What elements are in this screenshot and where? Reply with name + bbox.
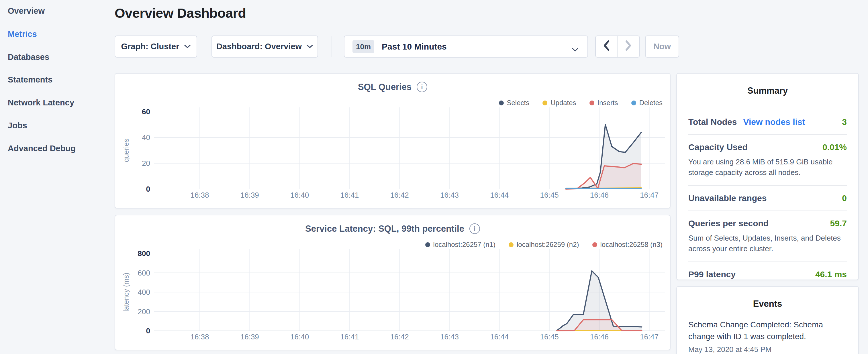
now-button[interactable]: Now: [645, 35, 679, 58]
summary-label: Queries per second: [688, 219, 769, 228]
chevron-right-icon: [625, 40, 632, 53]
time-window-badge: 10m: [352, 40, 374, 53]
svg-text:16:46: 16:46: [590, 332, 609, 341]
summary-value: 0.01%: [823, 142, 847, 152]
svg-text:queries: queries: [122, 139, 130, 162]
sidebar-item-overview[interactable]: Overview: [8, 6, 45, 16]
svg-text:0: 0: [146, 185, 150, 193]
time-step-forward-button[interactable]: [618, 36, 639, 57]
events-panel: Events Schema Change Completed: Schema c…: [676, 286, 859, 354]
svg-text:40: 40: [142, 133, 150, 142]
svg-text:16:44: 16:44: [490, 191, 509, 199]
svg-text:16:41: 16:41: [340, 191, 359, 199]
summary-value: 0: [842, 193, 847, 203]
svg-text:latency (ms): latency (ms): [122, 273, 130, 312]
event-item[interactable]: Schema Change Completed: Schema change w…: [688, 319, 847, 354]
summary-row-p99-latency: P99 latency 46.1 ms: [688, 261, 847, 287]
svg-text:200: 200: [138, 307, 150, 316]
chevron-left-icon: [603, 40, 610, 53]
summary-label: Total Nodes: [688, 117, 737, 127]
svg-text:16:38: 16:38: [190, 191, 209, 199]
svg-text:16:41: 16:41: [340, 332, 359, 341]
service-latency-chart-card: Service Latency: SQL, 99th percentile i …: [115, 215, 671, 350]
summary-title: Summary: [688, 74, 847, 96]
svg-text:60: 60: [142, 107, 150, 116]
event-timestamp: May 13, 2020 at 4:45 PM: [688, 345, 847, 354]
page-title: Overview Dashboard: [115, 5, 246, 21]
summary-panel: Summary Total Nodes View nodes list 3 Ca…: [676, 73, 859, 280]
svg-text:16:42: 16:42: [390, 332, 409, 341]
time-step-group: [595, 35, 640, 58]
sql-queries-chart-card: SQL Queries i SelectsUpdatesInsertsDelet…: [115, 73, 671, 208]
time-range-dropdown[interactable]: 10m Past 10 Minutes: [344, 35, 588, 58]
now-button-label: Now: [653, 42, 671, 51]
graph-dropdown-label: Graph: Cluster: [121, 42, 179, 51]
svg-text:0: 0: [146, 326, 150, 335]
dashboard-dropdown-label: Dashboard: Overview: [216, 42, 302, 51]
header-divider: [332, 36, 332, 57]
summary-row-capacity-used: Capacity Used 0.01% You are using 28.6 M…: [688, 134, 847, 185]
svg-text:800: 800: [138, 249, 150, 258]
summary-subtext: Sum of Selects, Updates, Inserts, and De…: [688, 233, 847, 254]
svg-text:16:39: 16:39: [241, 332, 259, 341]
summary-subtext: You are using 28.6 MiB of 515.9 GiB usab…: [688, 157, 847, 178]
chevron-down-icon: [184, 44, 191, 49]
svg-text:16:47: 16:47: [640, 191, 658, 199]
summary-value: 3: [842, 117, 847, 127]
summary-label: P99 latency: [688, 269, 736, 279]
svg-text:16:43: 16:43: [440, 332, 459, 341]
svg-text:20: 20: [142, 159, 150, 167]
summary-row-queries-per-second: Queries per second 59.7 Sum of Selects, …: [688, 211, 847, 261]
time-step-back-button[interactable]: [596, 36, 618, 57]
sidebar-item-databases[interactable]: Databases: [8, 53, 49, 62]
svg-text:600: 600: [138, 269, 150, 277]
events-title: Events: [688, 287, 847, 309]
svg-text:16:46: 16:46: [590, 191, 609, 199]
summary-label: Capacity Used: [688, 142, 748, 152]
svg-text:16:42: 16:42: [390, 191, 409, 199]
svg-text:16:44: 16:44: [490, 332, 509, 341]
svg-text:16:47: 16:47: [640, 332, 658, 341]
view-nodes-list-link[interactable]: View nodes list: [743, 117, 805, 127]
graph-dropdown[interactable]: Graph: Cluster: [115, 35, 197, 58]
dashboard-dropdown[interactable]: Dashboard: Overview: [212, 35, 318, 58]
svg-text:16:40: 16:40: [290, 332, 309, 341]
svg-text:16:45: 16:45: [540, 191, 559, 199]
sidebar-item-network-latency[interactable]: Network Latency: [8, 98, 74, 107]
sidebar-item-metrics[interactable]: Metrics: [8, 30, 37, 39]
svg-text:16:40: 16:40: [290, 191, 309, 199]
chevron-down-icon: [306, 44, 313, 49]
svg-text:16:38: 16:38: [190, 332, 209, 341]
summary-row-total-nodes: Total Nodes View nodes list 3: [688, 110, 847, 134]
service-latency-plot[interactable]: 16:3816:3916:4016:4116:4216:4316:4416:45…: [115, 215, 671, 351]
sidebar-item-advanced-debug[interactable]: Advanced Debug: [8, 144, 76, 153]
sidebar-item-statements[interactable]: Statements: [8, 75, 53, 85]
sql-queries-plot[interactable]: 16:3816:3916:4016:4116:4216:4316:4416:45…: [115, 74, 671, 209]
svg-text:16:43: 16:43: [440, 191, 459, 199]
svg-text:16:45: 16:45: [540, 332, 559, 341]
svg-text:16:39: 16:39: [241, 191, 259, 199]
sidebar-item-jobs[interactable]: Jobs: [8, 121, 27, 130]
summary-row-unavailable-ranges: Unavailable ranges 0: [688, 185, 847, 211]
summary-value: 46.1 ms: [815, 269, 847, 279]
summary-value: 59.7: [830, 219, 847, 228]
time-range-label: Past 10 Minutes: [382, 42, 447, 52]
svg-text:400: 400: [138, 288, 150, 296]
sidebar: Overview Metrics Databases Statements Ne…: [0, 0, 115, 354]
summary-label: Unavailable ranges: [688, 193, 767, 203]
chevron-down-icon: [571, 45, 579, 54]
event-text: Schema Change Completed: Schema change w…: [688, 319, 847, 342]
